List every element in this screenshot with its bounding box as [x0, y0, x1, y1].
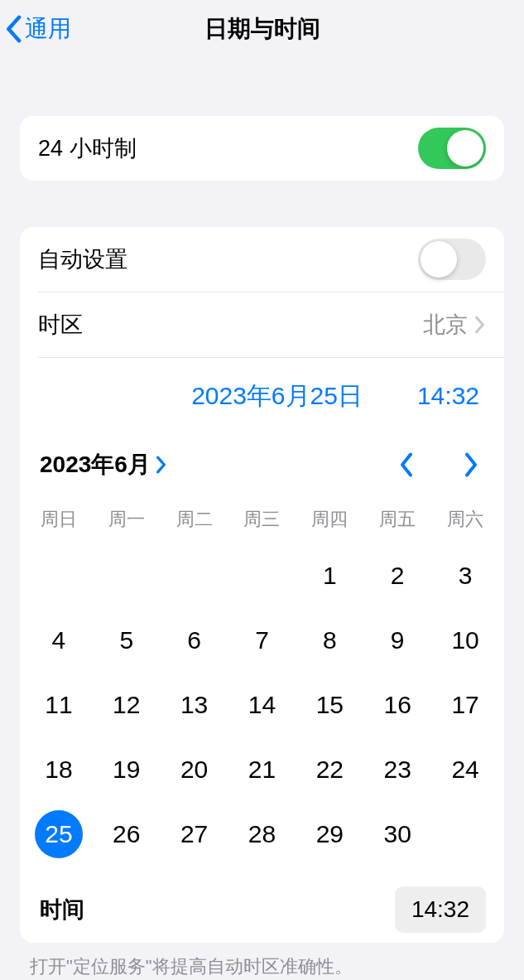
calendar-grid: 1234567891011121314151617181920212223242…	[20, 538, 504, 876]
calendar-day-number: 29	[305, 810, 353, 858]
calendar-day-cell[interactable]: 25	[25, 802, 93, 867]
time-row: 时间 14:32	[20, 876, 504, 943]
calendar-day-number: 8	[305, 616, 353, 664]
calendar-day-cell[interactable]: 10	[431, 608, 499, 673]
calendar-day-cell[interactable]: 5	[93, 608, 161, 673]
calendar-blank-cell	[228, 543, 296, 608]
current-date-time-row: 2023年6月25日 14:32	[20, 358, 504, 434]
auto-set-row: 自动设置	[20, 227, 504, 292]
timezone-value-container: 北京	[423, 310, 486, 340]
calendar-day-cell[interactable]: 6	[161, 608, 228, 673]
calendar-day-number: 27	[171, 810, 219, 858]
timezone-label: 时区	[38, 310, 83, 340]
weekday-label: 周四	[296, 500, 363, 538]
chevron-right-icon	[474, 316, 486, 334]
calendar-day-number: 20	[171, 746, 219, 794]
calendar-day-cell[interactable]: 11	[25, 673, 93, 737]
current-time-value[interactable]: 14:32	[417, 382, 479, 410]
time-row-label: 时间	[40, 895, 84, 924]
calendar-day-cell[interactable]: 29	[296, 802, 363, 867]
calendar-day-cell[interactable]: 7	[228, 608, 296, 673]
calendar-day-number: 11	[35, 681, 83, 729]
next-month-button[interactable]	[458, 452, 484, 477]
calendar-day-cell[interactable]: 8	[296, 608, 363, 673]
date-time-section: 自动设置 时区 北京 2023年6月25日 14:32 2023年6月	[20, 227, 504, 943]
footer-note: 打开"定位服务"将提高自动时区准确性。	[0, 943, 524, 979]
twenty-four-hour-row: 24 小时制	[20, 116, 504, 181]
calendar-day-number: 10	[441, 616, 489, 664]
calendar-day-number: 18	[35, 746, 83, 794]
calendar-day-cell[interactable]: 4	[25, 608, 93, 673]
weekday-label: 周六	[431, 500, 499, 538]
weekday-label: 周日	[25, 500, 93, 538]
calendar-day-cell[interactable]: 20	[161, 737, 228, 802]
twenty-four-hour-toggle[interactable]	[418, 128, 486, 169]
page-title: 日期与时间	[204, 13, 320, 45]
timezone-value: 北京	[423, 310, 468, 340]
calendar-day-number: 1	[305, 552, 353, 600]
calendar-day-number: 13	[171, 681, 219, 729]
weekday-header: 周日周一周二周三周四周五周六	[20, 495, 504, 538]
calendar-day-number: 23	[373, 746, 421, 794]
calendar-day-cell[interactable]: 22	[296, 737, 363, 802]
calendar-day-cell[interactable]: 16	[363, 673, 431, 737]
calendar-day-number: 30	[373, 810, 421, 858]
calendar-day-number: 19	[103, 746, 151, 794]
calendar-day-cell[interactable]: 23	[363, 737, 431, 802]
calendar-day-number: 16	[373, 681, 421, 729]
calendar-day-number: 15	[305, 681, 353, 729]
chevron-left-icon	[5, 15, 22, 43]
calendar-day-number: 22	[305, 746, 353, 794]
calendar-day-cell[interactable]: 19	[93, 737, 161, 802]
back-button-label: 通用	[25, 13, 71, 45]
calendar-day-cell[interactable]: 9	[363, 608, 431, 673]
calendar-day-cell[interactable]: 18	[25, 737, 93, 802]
calendar-day-cell[interactable]: 30	[363, 802, 431, 867]
calendar-blank-cell	[93, 543, 161, 608]
calendar-day-cell[interactable]: 2	[363, 543, 431, 608]
calendar-day-cell[interactable]: 17	[431, 673, 499, 737]
month-label: 2023年6月	[40, 449, 151, 480]
weekday-label: 周三	[228, 500, 296, 538]
calendar-day-number: 5	[103, 616, 151, 664]
month-nav	[393, 452, 484, 477]
calendar-day-number: 26	[103, 810, 151, 858]
calendar-day-cell[interactable]: 1	[296, 543, 363, 608]
nav-bar: 通用 日期与时间	[0, 0, 524, 58]
calendar-day-number: 7	[238, 616, 286, 664]
current-date-value[interactable]: 2023年6月25日	[191, 379, 363, 413]
calendar-day-number: 12	[103, 681, 151, 729]
auto-set-toggle[interactable]	[418, 239, 486, 280]
back-button[interactable]: 通用	[5, 13, 71, 45]
weekday-label: 周五	[363, 500, 431, 538]
calendar-day-number: 3	[441, 552, 489, 600]
calendar-day-cell[interactable]: 28	[228, 802, 296, 867]
calendar-day-number: 17	[441, 681, 489, 729]
calendar-blank-cell	[25, 543, 93, 608]
calendar-day-cell[interactable]: 26	[93, 802, 161, 867]
chevron-right-icon	[156, 456, 167, 474]
calendar-day-number: 14	[238, 681, 286, 729]
calendar-day-number: 9	[373, 616, 421, 664]
prev-month-button[interactable]	[393, 452, 420, 477]
time-picker-button[interactable]: 14:32	[395, 886, 486, 933]
twenty-four-hour-label: 24 小时制	[38, 133, 137, 163]
calendar-day-cell[interactable]: 15	[296, 673, 363, 737]
calendar-blank-cell	[161, 543, 228, 608]
toggle-knob	[447, 130, 483, 167]
month-header-row: 2023年6月	[20, 434, 504, 495]
calendar-day-cell[interactable]: 14	[228, 673, 296, 737]
calendar-day-cell[interactable]: 24	[431, 737, 499, 802]
calendar-day-number: 25	[35, 810, 83, 858]
calendar-day-number: 6	[171, 616, 219, 664]
month-select-button[interactable]: 2023年6月	[40, 449, 167, 480]
calendar-day-cell[interactable]: 3	[431, 543, 499, 608]
calendar-day-cell[interactable]: 21	[228, 737, 296, 802]
twenty-four-hour-section: 24 小时制	[20, 116, 504, 181]
calendar-day-cell[interactable]: 12	[93, 673, 161, 737]
calendar-day-number: 2	[373, 552, 421, 600]
timezone-row[interactable]: 时区 北京	[20, 292, 504, 357]
calendar-day-cell[interactable]: 13	[161, 673, 228, 737]
calendar-day-cell[interactable]: 27	[161, 802, 228, 867]
auto-set-label: 自动设置	[38, 244, 127, 274]
